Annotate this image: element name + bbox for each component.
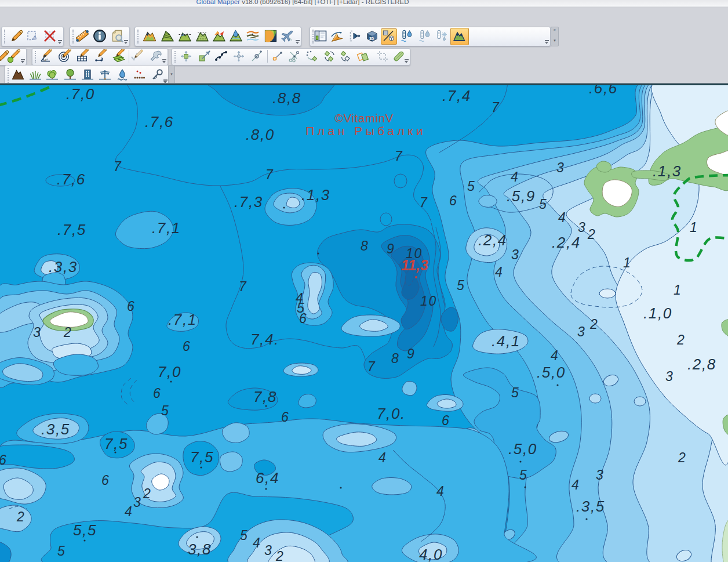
svg-text:7,5: 7,5 [190, 448, 214, 466]
svg-text:3: 3 [264, 543, 272, 558]
svg-text:5: 5 [57, 543, 65, 559]
svg-text:1: 1 [674, 282, 682, 298]
svg-text:2: 2 [676, 332, 685, 347]
svg-text:4: 4 [511, 169, 519, 184]
svg-text:5: 5 [457, 278, 465, 293]
svg-text:.4,1: .4,1 [492, 332, 520, 350]
svg-text:5: 5 [161, 403, 169, 418]
svg-text:.8,0: .8,0 [246, 126, 275, 143]
svg-text:.7,1: .7,1 [152, 219, 181, 237]
svg-text:.7,5: .7,5 [57, 221, 86, 238]
svg-text:7,0.: 7,0. [377, 405, 406, 422]
svg-text:.5,9: .5,9 [507, 187, 536, 205]
svg-text:2: 2 [678, 450, 686, 465]
svg-text:x°: x° [44, 58, 48, 61]
svg-text:9: 9 [407, 346, 415, 361]
svg-text:6: 6 [442, 413, 450, 428]
svg-text:7,5: 7,5 [104, 435, 128, 452]
svg-text:7,4.: 7,4. [250, 331, 279, 348]
svg-text:4: 4 [558, 210, 566, 225]
svg-text:11,3: 11,3 [401, 257, 428, 273]
svg-text:4: 4 [253, 535, 261, 550]
svg-text:6: 6 [101, 473, 110, 488]
svg-text:.1,3: .1,3 [301, 186, 330, 204]
svg-text:5: 5 [511, 385, 519, 400]
svg-text:7: 7 [492, 100, 500, 115]
svg-text:2: 2 [16, 509, 25, 524]
svg-text:.8,8: .8,8 [272, 89, 301, 107]
svg-text:.2,4: .2,4 [552, 234, 581, 251]
svg-text:2: 2 [143, 486, 151, 501]
svg-text:2: 2 [589, 317, 598, 332]
svg-text:7: 7 [114, 159, 122, 174]
svg-text:6: 6 [0, 452, 7, 467]
svg-text:.7,0: .7,0 [66, 85, 95, 103]
svg-text:.3,3: .3,3 [49, 258, 78, 275]
svg-text:3: 3 [511, 247, 519, 262]
svg-text:.7,3: .7,3 [234, 193, 263, 211]
svg-text:3: 3 [133, 495, 141, 510]
svg-text:3: 3 [577, 324, 585, 339]
svg-text:5: 5 [240, 528, 248, 543]
svg-text:7: 7 [395, 148, 403, 164]
svg-text:9: 9 [387, 241, 395, 256]
svg-text:3: 3 [665, 369, 674, 384]
svg-text:.1,0: .1,0 [643, 304, 672, 322]
svg-text:.5,0: .5,0 [537, 364, 566, 381]
svg-text:©VitaminV: ©VitaminV [334, 112, 394, 125]
svg-text:1: 1 [623, 255, 631, 270]
svg-text:.7,6: .7,6 [145, 113, 174, 130]
svg-text:1: 1 [690, 220, 698, 235]
svg-text:5: 5 [539, 197, 547, 212]
svg-text:8: 8 [391, 351, 399, 366]
svg-text:7: 7 [367, 359, 376, 374]
svg-text:4: 4 [378, 450, 387, 465]
svg-text:7: 7 [420, 195, 428, 210]
svg-text:.7,1: .7,1 [168, 311, 197, 328]
svg-text:.6,6: .6,6 [589, 85, 618, 97]
svg-text:5: 5 [467, 179, 475, 194]
svg-text:.1,3: .1,3 [653, 162, 682, 180]
svg-text:7,8: 7,8 [253, 388, 277, 405]
svg-text:6,4: 6,4 [256, 469, 279, 487]
svg-text:5,5: 5,5 [73, 521, 97, 539]
svg-text:5: 5 [519, 467, 527, 483]
svg-text:2: 2 [275, 549, 284, 562]
svg-text:.3,5: .3,5 [576, 498, 605, 515]
svg-text:6: 6 [299, 311, 307, 326]
svg-text:.7,4: .7,4 [442, 87, 471, 104]
svg-text:4: 4 [551, 348, 559, 363]
svg-text:4: 4 [495, 264, 503, 280]
svg-text:6: 6 [127, 299, 135, 314]
svg-text:6: 6 [153, 386, 161, 401]
svg-text:.2,8: .2,8 [687, 356, 716, 373]
svg-text:4: 4 [125, 504, 133, 519]
svg-text:6: 6 [449, 193, 457, 208]
svg-text:.7,6: .7,6 [57, 171, 86, 188]
svg-text:2: 2 [63, 325, 72, 340]
svg-text:4: 4 [572, 477, 580, 492]
svg-text:.3,5: .3,5 [41, 420, 70, 438]
svg-text:План Рыбалки: План Рыбалки [305, 124, 426, 137]
svg-text:7,0: 7,0 [158, 363, 181, 380]
svg-text:7: 7 [239, 279, 247, 294]
svg-text:10: 10 [420, 293, 437, 309]
svg-text:7: 7 [265, 167, 274, 182]
svg-text:.5,0: .5,0 [508, 440, 537, 458]
svg-text:4: 4 [436, 484, 445, 499]
svg-text:3: 3 [556, 160, 565, 175]
svg-text:4,0: 4,0 [419, 546, 443, 562]
svg-text:2: 2 [587, 227, 596, 242]
svg-text:3: 3 [578, 220, 586, 235]
svg-text:6: 6 [183, 339, 191, 354]
svg-text:3,8: 3,8 [188, 541, 212, 558]
svg-text:6: 6 [281, 409, 289, 425]
svg-text:3: 3 [33, 325, 41, 340]
svg-text:3: 3 [596, 467, 604, 483]
svg-text:.2,4: .2,4 [478, 231, 507, 249]
svg-text:3D: 3D [369, 37, 374, 41]
svg-text:8: 8 [361, 238, 369, 253]
